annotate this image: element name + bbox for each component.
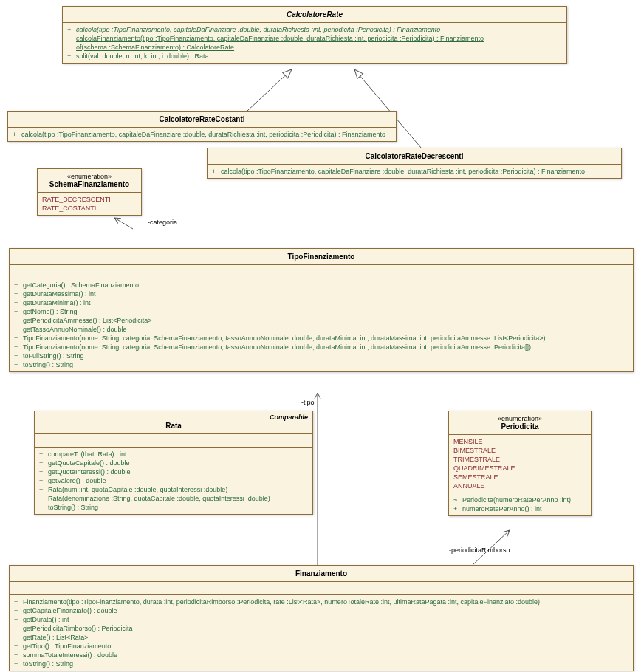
class-methods: +calcola(tipo :TipoFinanziamento, capita… xyxy=(208,165,621,178)
class-title: CalcolatoreRate xyxy=(63,7,566,23)
enum-value: RATE_DECRESCENTI xyxy=(42,195,137,204)
member: +getPeriodicitaAmmesse() : List<Periodic… xyxy=(14,316,628,325)
class-attrs xyxy=(35,434,312,448)
member: +getQuotaInteressi() : double xyxy=(39,467,308,476)
member: +numeroRatePerAnno() : int xyxy=(453,504,586,513)
enum-value: RATE_COSTANTI xyxy=(42,204,137,213)
member: +getValore() : double xyxy=(39,476,308,485)
class-title: CalcolatoreRateDecrescenti xyxy=(208,148,621,165)
member: +calcolaFinanziamento(tipo :TipoFinanzia… xyxy=(67,34,562,43)
member: +sommaTotaleInteressi() : double xyxy=(14,651,628,659)
stereotype: «enumeration» xyxy=(44,173,135,180)
enum-value: MENSILE xyxy=(453,437,586,446)
class-calcolatore-rate-costanti: CalcolatoreRateCostanti +calcola(tipo :T… xyxy=(7,111,397,142)
enum-values: MENSILEBIMESTRALETRIMESTRALEQUADRIMESTRA… xyxy=(449,435,591,493)
stereotype: «enumeration» xyxy=(455,415,585,422)
member: +getCategoria() : SchemaFinanziamento xyxy=(14,281,628,289)
member: +calcola(tipo :TipoFinanziamento, capita… xyxy=(13,130,391,139)
enum-value: SEMESTRALE xyxy=(453,473,586,481)
enum-value: TRIMESTRALE xyxy=(453,455,586,464)
class-methods: +calcola(tipo :TipoFinanziamento, capita… xyxy=(8,128,396,141)
class-title: Comparable Rata xyxy=(35,411,312,434)
class-finanziamento: Finanziamento +Finanziamento(tipo :TipoF… xyxy=(9,565,634,671)
class-title: CalcolatoreRateCostanti xyxy=(8,112,396,128)
member: +TipoFinanziamento(nome :String, categor… xyxy=(14,343,628,352)
enum-value: BIMESTRALE xyxy=(453,446,586,455)
svg-line-0 xyxy=(247,69,292,111)
member: +Rata(num :int, quotaCapitale :double, q… xyxy=(39,485,308,494)
class-methods: ~Periodicita(numeroRatePerAnno :int)+num… xyxy=(449,493,591,515)
member: +getTassoAnnuoNominale() : double xyxy=(14,325,628,334)
member: +TipoFinanziamento(nome :String, categor… xyxy=(14,334,628,343)
member: +getPeriodicitaRimborso() : Periodicita xyxy=(14,624,628,633)
class-methods: +getCategoria() : SchemaFinanziamento+ge… xyxy=(10,278,633,371)
assoc-label-tipo: -tipo xyxy=(301,399,315,406)
enum-value: ANNUALE xyxy=(453,481,586,490)
member: +getNome() : String xyxy=(14,307,628,316)
member: +Finanziamento(tipo :TipoFinanziamento, … xyxy=(14,597,628,606)
class-calcolatore-rate: CalcolatoreRate +calcola(tipo :TipoFinan… xyxy=(62,6,567,64)
member: +toString() : String xyxy=(14,659,628,668)
member: +getDurata() : int xyxy=(14,615,628,624)
class-title: Finanziamento xyxy=(10,566,633,582)
enum-periodicita: «enumeration» Periodicita MENSILEBIMESTR… xyxy=(448,411,592,516)
class-attrs xyxy=(10,582,633,595)
class-tipo-finanziamento: TipoFinanziamento +getCategoria() : Sche… xyxy=(9,248,634,372)
member: +getDurataMinima() : int xyxy=(14,298,628,307)
member: +Rata(denominazione :String, quotaCapita… xyxy=(39,494,308,503)
enum-values: RATE_DECRESCENTIRATE_COSTANTI xyxy=(38,193,141,215)
class-rata: Comparable Rata +compareTo(that :Rata) :… xyxy=(34,411,313,515)
member: +getRate() : List<Rata> xyxy=(14,633,628,642)
class-title: TipoFinanziamento xyxy=(10,249,633,265)
member: +getDurataMassima() : int xyxy=(14,289,628,298)
member: ~Periodicita(numeroRatePerAnno :int) xyxy=(453,496,586,504)
class-title: «enumeration» Periodicita xyxy=(449,411,591,435)
member: +getTipo() : TipoFinanziamento xyxy=(14,642,628,651)
enum-value: QUADRIMESTRALE xyxy=(453,464,586,473)
member: +getCapitaleFinanziato() : double xyxy=(14,606,628,615)
class-methods: +calcola(tipo :TipoFinanziamento, capita… xyxy=(63,23,566,63)
enum-schema-finanziamento: «enumeration» SchemaFinanziamento RATE_D… xyxy=(37,168,142,216)
assoc-label-periodicita: -periodicitaRimborso xyxy=(449,546,510,554)
member: +toString() : String xyxy=(39,503,308,512)
member: +of(schema :SchemaFinanziamento) : Calco… xyxy=(67,43,562,52)
class-methods: +compareTo(that :Rata) : int+getQuotaCap… xyxy=(35,448,312,514)
member: +getQuotaCapitale() : double xyxy=(39,459,308,467)
class-methods: +Finanziamento(tipo :TipoFinanziamento, … xyxy=(10,595,633,671)
assoc-label-categoria: -categoria xyxy=(148,219,177,226)
member: +calcola(tipo :TipoFinanziamento, capita… xyxy=(212,167,617,176)
member: +toString() : String xyxy=(14,360,628,369)
member: +toFullString() : String xyxy=(14,352,628,360)
member: +compareTo(that :Rata) : int xyxy=(39,450,308,459)
interface-label: Comparable xyxy=(270,414,308,421)
class-calcolatore-rate-decrescenti: CalcolatoreRateDecrescenti +calcola(tipo… xyxy=(207,148,622,179)
member: +calcola(tipo :TipoFinanziamento, capita… xyxy=(67,25,562,34)
member: +split(val :double, n :int, k :int, i :d… xyxy=(67,52,562,61)
class-attrs xyxy=(10,265,633,278)
class-title: «enumeration» SchemaFinanziamento xyxy=(38,169,141,193)
